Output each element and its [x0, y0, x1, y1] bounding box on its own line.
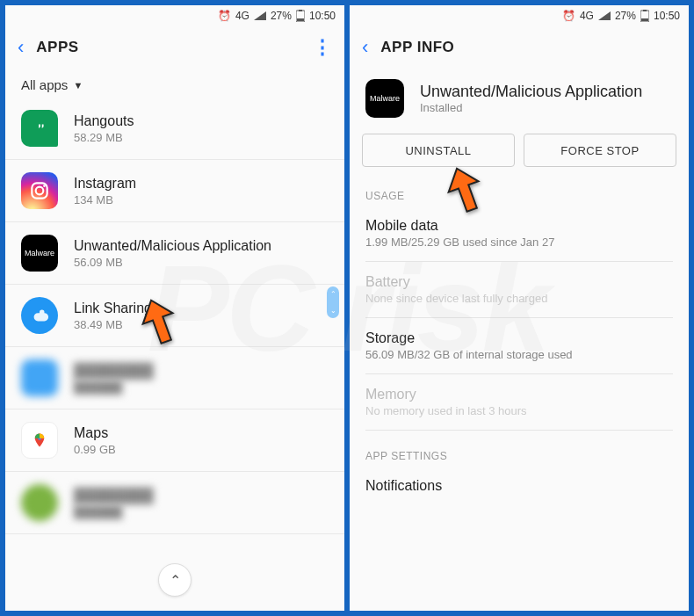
- app-name-blurred: ████████: [74, 363, 329, 379]
- svg-rect-2: [297, 18, 304, 21]
- svg-point-4: [36, 187, 44, 195]
- page-title: APPS: [36, 39, 313, 56]
- app-size-blurred: ██████: [74, 505, 329, 518]
- app-row-instagram[interactable]: Instagram 134 MB: [5, 160, 344, 222]
- hangouts-icon: [21, 110, 58, 147]
- alarm-icon: ⏰: [218, 10, 231, 22]
- memory-row[interactable]: Memory No memory used in last 3 hours: [365, 374, 673, 431]
- app-name: Link Sharing: [74, 301, 329, 316]
- uninstall-button[interactable]: UNINSTALL: [362, 134, 515, 167]
- app-row-malicious[interactable]: Malware Unwanted/Malicious Application 5…: [5, 222, 344, 285]
- battery-pct: 27%: [615, 10, 636, 22]
- app-row-blurred[interactable]: ████████ ██████: [5, 347, 344, 409]
- instagram-icon: [21, 172, 58, 209]
- phone-apps-list: ⏰ 4G 27% 10:50 ‹ APPS ⋮ All apps ▼ Hango…: [5, 5, 344, 611]
- row-label: Memory: [365, 387, 673, 402]
- row-label: Notifications: [365, 478, 673, 494]
- app-name: Maps: [74, 425, 329, 441]
- notifications-row[interactable]: Notifications: [365, 466, 673, 494]
- force-stop-button[interactable]: FORCE STOP: [524, 134, 676, 167]
- page-title: APP INFO: [380, 39, 676, 56]
- more-icon[interactable]: ⋮: [313, 36, 332, 59]
- battery-icon: [640, 10, 649, 22]
- row-label: Storage: [365, 330, 673, 346]
- blurred-icon: [21, 484, 58, 521]
- signal-icon: [254, 11, 266, 20]
- alarm-icon: ⏰: [562, 10, 575, 22]
- app-name: Unwanted/Malicious Application: [74, 238, 329, 254]
- scroll-handle[interactable]: ⌃ ⌄: [327, 286, 339, 318]
- section-app-settings: APP SETTINGS: [350, 443, 689, 466]
- apps-list: Hangouts 58.29 MB Instagram 134 MB Malwa…: [5, 98, 344, 611]
- header: ‹ APPS ⋮: [5, 26, 344, 69]
- row-label: Mobile data: [365, 218, 673, 234]
- blurred-icon: [21, 359, 58, 396]
- maps-icon: [21, 422, 58, 459]
- app-size-blurred: ██████: [74, 380, 329, 394]
- app-name-blurred: ████████: [74, 488, 329, 504]
- app-row-maps[interactable]: Maps 0.99 GB: [5, 409, 344, 472]
- status-bar: ⏰ 4G 27% 10:50: [5, 5, 344, 26]
- clock: 10:50: [309, 10, 336, 22]
- svg-rect-9: [641, 18, 648, 21]
- storage-row[interactable]: Storage 56.09 MB/32 GB of internal stora…: [365, 318, 673, 374]
- app-size: 38.49 MB: [74, 318, 329, 331]
- battery-icon: [296, 10, 305, 22]
- svg-rect-1: [299, 10, 302, 11]
- header: ‹ APP INFO: [350, 26, 689, 69]
- app-row-hangouts[interactable]: Hangouts 58.29 MB: [5, 98, 344, 160]
- malware-icon: Malware: [365, 79, 404, 118]
- svg-rect-8: [643, 10, 647, 11]
- row-value: 1.99 MB/25.29 GB used since Jan 27: [365, 236, 673, 249]
- battery-row[interactable]: Battery None since device last fully cha…: [365, 262, 673, 318]
- row-value: No memory used in last 3 hours: [365, 404, 673, 417]
- app-name: Hangouts: [74, 113, 329, 129]
- row-value: 56.09 MB/32 GB of internal storage used: [365, 348, 673, 361]
- action-buttons: UNINSTALL FORCE STOP: [350, 128, 689, 183]
- app-row-linksharing[interactable]: Link Sharing 38.49 MB: [5, 285, 344, 347]
- malware-icon: Malware: [21, 235, 58, 272]
- back-icon[interactable]: ‹: [18, 36, 24, 59]
- battery-pct: 27%: [271, 10, 292, 22]
- chevron-down-icon: ⌄: [330, 307, 336, 315]
- app-name: Unwanted/Malicious Application: [420, 83, 642, 101]
- network-icon: 4G: [235, 10, 249, 22]
- phone-app-info: ⏰ 4G 27% 10:50 ‹ APP INFO Malware Unwant…: [350, 5, 689, 611]
- app-size: 134 MB: [74, 193, 329, 207]
- app-size: 56.09 MB: [74, 256, 329, 269]
- scroll-to-top-button[interactable]: ⌃: [158, 563, 192, 597]
- svg-point-5: [43, 185, 46, 187]
- linkshare-icon: [21, 297, 58, 334]
- app-size: 0.99 GB: [74, 443, 329, 456]
- back-icon[interactable]: ‹: [362, 36, 368, 59]
- row-label: Battery: [365, 274, 673, 290]
- chevron-down-icon: ▼: [73, 80, 83, 91]
- app-row-blurred-2[interactable]: ████████ ██████: [5, 472, 344, 534]
- app-install-status: Installed: [420, 101, 642, 114]
- status-bar: ⏰ 4G 27% 10:50: [350, 5, 689, 26]
- chevron-up-icon: ⌃: [330, 290, 336, 298]
- filter-dropdown[interactable]: All apps ▼: [5, 69, 344, 98]
- mobile-data-row[interactable]: Mobile data 1.99 MB/25.29 GB used since …: [365, 206, 673, 262]
- row-value: None since device last fully charged: [365, 292, 673, 305]
- clock: 10:50: [654, 10, 680, 22]
- chevron-up-icon: ⌃: [170, 572, 181, 589]
- signal-icon: [598, 11, 611, 20]
- filter-label: All apps: [21, 77, 68, 92]
- network-icon: 4G: [580, 10, 594, 22]
- app-size: 58.29 MB: [74, 131, 329, 144]
- app-name: Instagram: [74, 176, 329, 192]
- app-info-header: Malware Unwanted/Malicious Application I…: [350, 69, 689, 128]
- section-usage: USAGE: [350, 183, 689, 206]
